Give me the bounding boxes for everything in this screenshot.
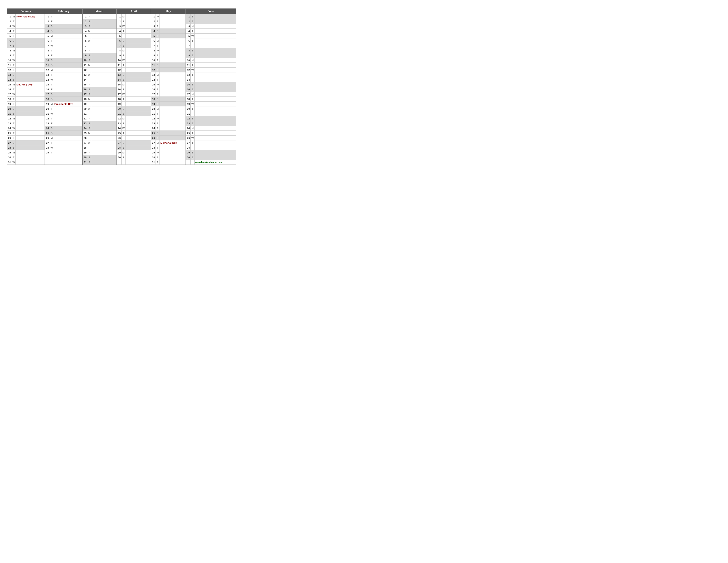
day-num-may-10: 10 — [151, 58, 156, 63]
day-num-mar-15: 15 — [83, 82, 87, 87]
day-num-jun-9: 9 — [186, 53, 191, 58]
day-letter-jan-25: T — [12, 131, 16, 135]
table-row: 31W31S31Fwww.blank-calendar.com — [7, 160, 236, 165]
holiday-cell-jan-22 — [16, 116, 45, 121]
day-letter-mar-16: S — [87, 87, 91, 92]
holiday-cell-mar-14 — [91, 77, 116, 82]
month-header-feb: February — [45, 9, 82, 14]
day-letter-jan-21: S — [12, 111, 16, 116]
holiday-cell-feb-7 — [54, 43, 83, 48]
day-num-may-8: 8 — [151, 48, 156, 53]
month-header-mar: March — [83, 9, 117, 14]
table-row: 28S28W28T28S28T28F — [7, 145, 236, 150]
day-letter-mar-14: T — [87, 77, 91, 82]
day-num-jun-6: 6 — [186, 38, 191, 43]
holiday-cell-may-9 — [159, 53, 186, 58]
day-num-apr-21: 21 — [117, 111, 122, 116]
day-num-apr-29: 29 — [117, 150, 122, 155]
table-row: 7S7W7T7S7T7F — [7, 43, 236, 48]
day-letter-may-17: F — [156, 92, 160, 97]
holiday-cell-mar-15 — [91, 82, 116, 87]
holiday-cell-jan-7 — [16, 43, 45, 48]
day-letter-mar-29: F — [87, 150, 91, 155]
day-num-jan-3: 3 — [7, 24, 12, 29]
day-letter-mar-2: S — [87, 19, 91, 24]
day-letter-may-8: W — [156, 48, 160, 53]
day-letter-jun-4: T — [191, 29, 195, 34]
day-num-jan-19: 19 — [7, 102, 12, 106]
holiday-cell-jan-17 — [16, 92, 45, 97]
holiday-cell-jun-11 — [195, 63, 236, 68]
day-letter-jun-21: F — [191, 111, 195, 116]
day-num-may-7: 7 — [151, 43, 156, 48]
day-letter-mar-13: W — [87, 72, 91, 77]
day-num-feb-22: 22 — [45, 116, 50, 121]
day-num-jun-3: 3 — [186, 24, 191, 29]
holiday-cell-jun-17 — [195, 92, 236, 97]
day-num-jun-5: 5 — [186, 34, 191, 38]
day-letter-mar-25: M — [87, 131, 91, 135]
day-letter-mar-9: S — [87, 53, 91, 58]
day-letter-jan-29: M — [12, 150, 16, 155]
day-letter-jun-24: M — [191, 126, 195, 131]
holiday-cell-jun-10 — [195, 58, 236, 63]
day-letter-jun-6: T — [191, 38, 195, 43]
day-letter-may-22: W — [156, 116, 160, 121]
day-num-may-21: 21 — [151, 111, 156, 116]
day-num-feb-9: 9 — [45, 53, 50, 58]
day-num-apr-16: 16 — [117, 87, 122, 92]
holiday-cell-jun-6 — [195, 38, 236, 43]
holiday-cell-feb-20 — [54, 106, 83, 111]
day-num-jan-9: 9 — [7, 53, 12, 58]
holiday-cell-apr-17 — [125, 92, 151, 97]
holiday-cell-feb-9 — [54, 53, 83, 58]
day-num-may-30: 30 — [151, 155, 156, 160]
day-num-apr-20: 20 — [117, 106, 122, 111]
day-letter-jun-1: S — [191, 14, 195, 19]
day-letter-feb-2: F — [50, 19, 54, 24]
holiday-cell-jan-18 — [16, 97, 45, 102]
day-num-feb-5: 5 — [45, 34, 50, 38]
holiday-cell-apr-30 — [125, 155, 151, 160]
holiday-cell-feb-10 — [54, 58, 83, 63]
day-num-feb-18: 18 — [45, 97, 50, 102]
day-num-feb-21: 21 — [45, 111, 50, 116]
day-letter-feb-1: T — [50, 14, 54, 19]
day-letter-mar-19: T — [87, 102, 91, 106]
day-num-jan-4: 4 — [7, 29, 12, 34]
day-num-may-3: 3 — [151, 24, 156, 29]
holiday-cell-mar-4 — [91, 29, 116, 34]
holiday-cell-jan-16 — [16, 87, 45, 92]
holiday-cell-apr-9 — [125, 53, 151, 58]
holiday-cell-jun-15 — [195, 82, 236, 87]
day-letter-feb-14: W — [50, 77, 54, 82]
day-letter-jun-14: F — [191, 77, 195, 82]
holiday-cell-jun-4 — [195, 29, 236, 34]
holiday-cell-apr-4 — [125, 29, 151, 34]
day-letter-feb-28: W — [50, 145, 54, 150]
table-row: 11T11S11M11T11S11T — [7, 63, 236, 68]
day-letter-may-3: F — [156, 24, 160, 29]
day-letter-may-26: S — [156, 135, 160, 140]
day-num-may-24: 24 — [151, 126, 156, 131]
day-letter-jun-8: S — [191, 48, 195, 53]
holiday-cell-jan-26 — [16, 135, 45, 140]
holiday-cell-mar-21 — [91, 111, 116, 116]
day-num-may-19: 19 — [151, 102, 156, 106]
day-letter-feb-4: S — [50, 29, 54, 34]
holiday-cell-feb-30 — [54, 155, 83, 160]
day-num-feb-3: 3 — [45, 24, 50, 29]
day-num-mar-14: 14 — [83, 77, 87, 82]
day-letter-feb-15: T — [50, 82, 54, 87]
day-letter-feb-22: T — [50, 116, 54, 121]
day-num-may-29: 29 — [151, 150, 156, 155]
day-num-feb-1: 1 — [45, 14, 50, 19]
calendar-table: January February March April May June 1M… — [7, 8, 236, 165]
holiday-cell-jun-29 — [195, 150, 236, 155]
holiday-cell-jun-18 — [195, 97, 236, 102]
day-num-feb-10: 10 — [45, 58, 50, 63]
day-letter-mar-3: S — [87, 24, 91, 29]
table-row: 30T30S30T30T30S — [7, 155, 236, 160]
day-letter-mar-21: T — [87, 111, 91, 116]
day-letter-jan-1: M — [12, 14, 16, 19]
